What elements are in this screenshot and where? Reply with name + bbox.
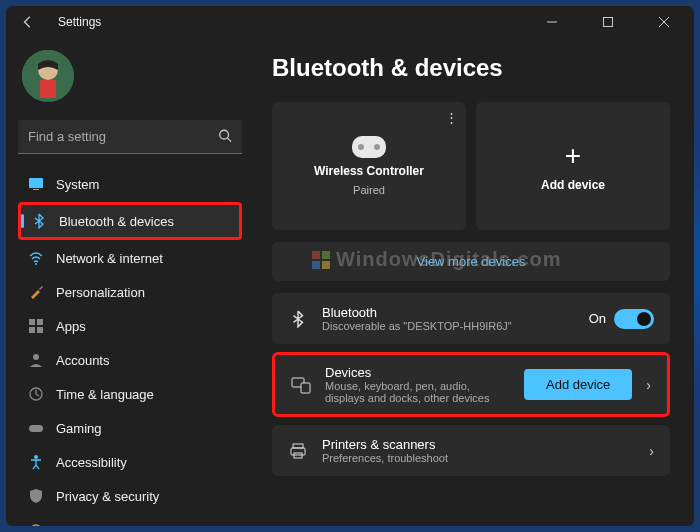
- row-sub: Mouse, keyboard, pen, audio, displays an…: [325, 380, 510, 404]
- row-title: Printers & scanners: [322, 437, 635, 452]
- sidebar-item-apps[interactable]: Apps: [18, 310, 242, 342]
- nav: System Bluetooth & devices Network & int…: [18, 168, 242, 526]
- printer-icon: [288, 441, 308, 461]
- clock-icon: [28, 386, 44, 402]
- svg-rect-1: [604, 18, 613, 27]
- sidebar-item-label: Privacy & security: [56, 489, 159, 504]
- row-sub: Preferences, troubleshoot: [322, 452, 635, 464]
- sidebar-item-label: Apps: [56, 319, 86, 334]
- sidebar-item-privacy[interactable]: Privacy & security: [18, 480, 242, 512]
- controller-icon: [352, 136, 386, 158]
- person-icon: [28, 352, 44, 368]
- brush-icon: [28, 284, 44, 300]
- sidebar-item-label: Accessibility: [56, 455, 127, 470]
- bluetooth-icon: [288, 309, 308, 329]
- gaming-icon: [28, 420, 44, 436]
- search-input[interactable]: [18, 120, 242, 154]
- svg-rect-14: [29, 327, 35, 333]
- svg-rect-15: [37, 327, 43, 333]
- sidebar-item-label: Gaming: [56, 421, 102, 436]
- svg-rect-13: [37, 319, 43, 325]
- search-icon: [218, 129, 232, 146]
- app-title: Settings: [58, 15, 101, 29]
- svg-rect-18: [29, 425, 43, 432]
- chevron-right-icon[interactable]: ›: [649, 443, 654, 459]
- sidebar-item-network[interactable]: Network & internet: [18, 242, 242, 274]
- wifi-icon: [28, 250, 44, 266]
- device-tile[interactable]: ⋮ Wireless Controller Paired: [272, 102, 466, 230]
- search-box[interactable]: [18, 120, 242, 154]
- row-title: Bluetooth: [322, 305, 575, 320]
- add-device-button[interactable]: Add device: [524, 369, 632, 400]
- avatar: [22, 50, 74, 102]
- tile-device-name: Wireless Controller: [314, 164, 424, 178]
- sidebar-item-accessibility[interactable]: Accessibility: [18, 446, 242, 478]
- bluetooth-icon: [31, 213, 47, 229]
- svg-point-16: [33, 354, 39, 360]
- devices-row[interactable]: Devices Mouse, keyboard, pen, audio, dis…: [272, 352, 670, 417]
- svg-rect-23: [291, 448, 305, 455]
- svg-point-19: [34, 455, 38, 459]
- sidebar-item-label: Accounts: [56, 353, 109, 368]
- svg-rect-21: [301, 383, 310, 393]
- page-title: Bluetooth & devices: [272, 54, 670, 82]
- profile[interactable]: [18, 38, 242, 118]
- add-device-tile[interactable]: + Add device: [476, 102, 670, 230]
- bluetooth-row: Bluetooth Discoverable as "DESKTOP-HH9IR…: [272, 293, 670, 344]
- svg-line-8: [228, 138, 232, 142]
- more-icon[interactable]: ⋮: [445, 110, 458, 125]
- sidebar-item-time[interactable]: Time & language: [18, 378, 242, 410]
- system-icon: [28, 176, 44, 192]
- minimize-button[interactable]: [530, 6, 574, 38]
- devices-icon: [291, 375, 311, 395]
- sidebar-item-system[interactable]: System: [18, 168, 242, 200]
- toggle-label: On: [589, 311, 606, 326]
- content: Bluetooth & devices ⋮ Wireless Controlle…: [254, 38, 694, 526]
- sidebar-item-label: Windows Update: [56, 523, 154, 527]
- bluetooth-toggle[interactable]: [614, 309, 654, 329]
- sidebar-item-update[interactable]: Windows Update: [18, 514, 242, 526]
- row-sub: Discoverable as "DESKTOP-HH9IR6J": [322, 320, 575, 332]
- svg-point-7: [220, 130, 229, 139]
- svg-rect-9: [29, 178, 43, 188]
- view-more-link[interactable]: View more devices: [272, 242, 670, 281]
- printers-row[interactable]: Printers & scanners Preferences, trouble…: [272, 425, 670, 476]
- back-button[interactable]: [14, 8, 42, 36]
- svg-rect-10: [33, 189, 39, 190]
- svg-rect-6: [40, 80, 56, 98]
- sidebar-item-label: Personalization: [56, 285, 145, 300]
- titlebar: Settings: [6, 6, 694, 38]
- tile-device-status: Paired: [353, 184, 385, 196]
- apps-icon: [28, 318, 44, 334]
- row-title: Devices: [325, 365, 510, 380]
- close-button[interactable]: [642, 6, 686, 38]
- tile-add-label: Add device: [541, 178, 605, 192]
- svg-point-11: [35, 263, 37, 265]
- sidebar-item-label: Bluetooth & devices: [59, 214, 174, 229]
- sidebar-item-label: Time & language: [56, 387, 154, 402]
- maximize-button[interactable]: [586, 6, 630, 38]
- svg-rect-22: [293, 444, 303, 448]
- sidebar-item-personalization[interactable]: Personalization: [18, 276, 242, 308]
- shield-icon: [28, 488, 44, 504]
- sidebar: System Bluetooth & devices Network & int…: [6, 38, 254, 526]
- sidebar-item-label: Network & internet: [56, 251, 163, 266]
- plus-icon: +: [565, 140, 581, 172]
- sidebar-item-gaming[interactable]: Gaming: [18, 412, 242, 444]
- update-icon: [28, 522, 44, 526]
- svg-rect-12: [29, 319, 35, 325]
- chevron-right-icon[interactable]: ›: [646, 377, 651, 393]
- accessibility-icon: [28, 454, 44, 470]
- sidebar-item-bluetooth[interactable]: Bluetooth & devices: [18, 202, 242, 240]
- sidebar-item-accounts[interactable]: Accounts: [18, 344, 242, 376]
- sidebar-item-label: System: [56, 177, 99, 192]
